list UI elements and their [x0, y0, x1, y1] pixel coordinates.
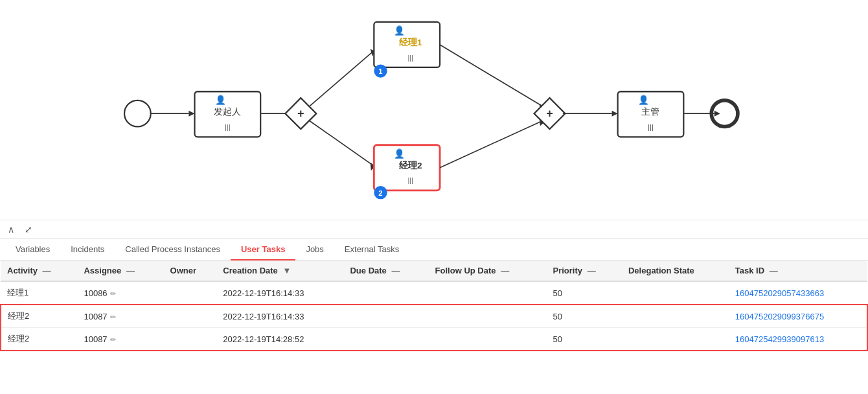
sort-activity[interactable]: — — [43, 266, 51, 275]
tab-variables[interactable]: Variables — [5, 239, 60, 261]
svg-text:|||: ||| — [407, 54, 413, 62]
assignee-value: 10086 — [84, 288, 107, 298]
sort-follow-up-date[interactable]: — — [501, 266, 509, 275]
cell-assignee: 10087✏ — [77, 305, 163, 328]
col-creation-date[interactable]: Creation Date ▼ — [216, 261, 343, 281]
cell-task-id: 1604752029057433663 — [729, 281, 867, 305]
tab-user-tasks[interactable]: User Tasks — [231, 239, 295, 261]
cell-owner — [164, 305, 217, 328]
svg-line-11 — [310, 51, 373, 106]
cell-delegation-state — [622, 305, 729, 328]
cell-due-date — [343, 305, 428, 328]
task-id-link[interactable]: 1604725429939097613 — [735, 334, 824, 344]
bpmn-diagram: 👤 发起人 ||| + 👤 经理1 ||| 1 👤 经理2 ||| 2 — [0, 0, 868, 220]
col-priority[interactable]: Priority — — [547, 261, 622, 281]
svg-text:经理1: 经理1 — [398, 38, 422, 47]
cell-creation-date: 2022-12-19T16:14:33 — [216, 305, 343, 328]
col-delegation-state[interactable]: Delegation State — [622, 261, 729, 281]
svg-text:1: 1 — [378, 67, 382, 75]
svg-text:2: 2 — [378, 189, 382, 197]
diagram-controls: ∧ ⤢ — [0, 220, 868, 239]
svg-text:👤: 👤 — [394, 148, 405, 159]
svg-text:|||: ||| — [648, 123, 654, 131]
svg-text:|||: ||| — [407, 177, 413, 185]
svg-text:+: + — [297, 107, 304, 120]
tab-external-tasks[interactable]: External Tasks — [334, 239, 409, 261]
cell-activity: 经理1 — [1, 281, 77, 305]
cell-activity: 经理2 — [1, 305, 77, 328]
sort-priority[interactable]: — — [588, 266, 596, 275]
assignee-value: 10087 — [84, 334, 107, 344]
cell-owner — [164, 281, 217, 305]
sort-due-date[interactable]: — — [391, 266, 400, 275]
col-follow-up-date[interactable]: Follow Up Date — — [429, 261, 547, 281]
cell-priority: 50 — [547, 305, 622, 328]
svg-line-29 — [440, 121, 542, 167]
user-tasks-table: Activity — Assignee — Owner Creation Dat… — [0, 261, 868, 351]
svg-text:|||: ||| — [225, 123, 231, 131]
table-row[interactable]: 经理210087✏2022-12-19T16:14:33501604752029… — [1, 305, 867, 328]
svg-line-27 — [440, 45, 542, 106]
svg-marker-34 — [612, 111, 618, 117]
col-task-id[interactable]: Task ID — — [729, 261, 867, 281]
expand-button[interactable]: ⤢ — [22, 223, 35, 236]
svg-line-19 — [310, 121, 373, 165]
svg-text:👤: 👤 — [638, 95, 649, 106]
svg-text:经理2: 经理2 — [398, 161, 422, 170]
svg-text:发起人: 发起人 — [214, 107, 241, 117]
table-header-row: Activity — Assignee — Owner Creation Dat… — [1, 261, 867, 281]
task-id-link[interactable]: 1604752029057433663 — [735, 288, 824, 298]
cell-follow-up-date — [429, 328, 547, 351]
cell-priority: 50 — [547, 281, 622, 305]
tab-bar: Variables Incidents Called Process Insta… — [0, 239, 868, 261]
cell-follow-up-date — [429, 305, 547, 328]
sort-task-id[interactable]: — — [770, 266, 778, 275]
edit-assignee-icon[interactable]: ✏ — [110, 290, 116, 297]
cell-delegation-state — [622, 328, 729, 351]
cell-creation-date: 2022-12-19T14:28:52 — [216, 328, 343, 351]
svg-point-0 — [124, 100, 151, 127]
cell-delegation-state — [622, 281, 729, 305]
svg-text:👤: 👤 — [215, 95, 226, 106]
cell-assignee: 10087✏ — [77, 328, 163, 351]
tab-jobs[interactable]: Jobs — [295, 239, 334, 261]
task-id-link[interactable]: 1604752029099376675 — [735, 312, 824, 321]
cell-follow-up-date — [429, 281, 547, 305]
col-owner[interactable]: Owner — [164, 261, 217, 281]
svg-text:主管: 主管 — [641, 107, 659, 117]
tab-called-process-instances[interactable]: Called Process Instances — [115, 239, 231, 261]
cell-priority: 50 — [547, 328, 622, 351]
table-row[interactable]: 经理210087✏2022-12-19T14:28:52501604725429… — [1, 328, 867, 351]
tab-incidents[interactable]: Incidents — [60, 239, 115, 261]
sort-creation-date[interactable]: ▼ — [282, 266, 291, 275]
cell-assignee: 10086✏ — [77, 281, 163, 305]
cell-task-id: 1604725429939097613 — [729, 328, 867, 351]
cell-owner — [164, 328, 217, 351]
sort-assignee[interactable]: — — [126, 266, 135, 275]
svg-marker-2 — [188, 111, 194, 117]
cell-activity: 经理2 — [1, 328, 77, 351]
edit-assignee-icon[interactable]: ✏ — [110, 313, 116, 321]
cell-task-id: 1604752029099376675 — [729, 305, 867, 328]
collapse-button[interactable]: ∧ — [5, 223, 17, 236]
svg-marker-40 — [714, 111, 720, 117]
cell-creation-date: 2022-12-19T16:14:33 — [216, 281, 343, 305]
cell-due-date — [343, 281, 428, 305]
col-assignee[interactable]: Assignee — — [77, 261, 163, 281]
cell-due-date — [343, 328, 428, 351]
svg-text:+: + — [546, 107, 553, 120]
svg-text:👤: 👤 — [394, 25, 405, 36]
table-row[interactable]: 经理110086✏2022-12-19T16:14:33501604752029… — [1, 281, 867, 305]
edit-assignee-icon[interactable]: ✏ — [110, 336, 116, 343]
col-activity[interactable]: Activity — — [1, 261, 77, 281]
assignee-value: 10087 — [84, 312, 107, 321]
col-due-date[interactable]: Due Date — — [343, 261, 428, 281]
